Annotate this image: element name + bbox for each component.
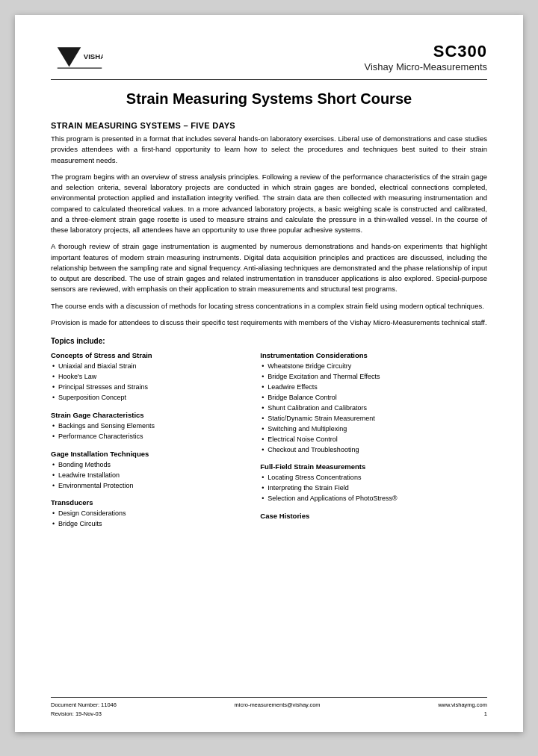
list-item: Shunt Calibration and Calibrators bbox=[260, 403, 487, 414]
page: VISHAY SC300 Vishay Micro-Measurements S… bbox=[15, 15, 523, 732]
topic-group-transducers: Transducers Design Considerations Bridge… bbox=[51, 498, 253, 530]
paragraph-2: The program begins with an overview of s… bbox=[51, 172, 487, 236]
footer-website: www.vishaymg.com bbox=[438, 701, 487, 710]
topic-group-instrumentation: Instrumentation Considerations Wheatston… bbox=[260, 351, 487, 455]
header-right: SC300 Vishay Micro-Measurements bbox=[365, 42, 487, 72]
logo-area: VISHAY bbox=[51, 42, 103, 75]
topic-list-instrumentation: Wheatstone Bridge Circuitry Bridge Excit… bbox=[260, 362, 487, 455]
topic-group-installation: Gage Installation Techniques Bonding Met… bbox=[51, 450, 253, 492]
topic-list-fullfield: Locating Stress Concentrations Interpret… bbox=[260, 473, 487, 504]
list-item: Electrical Noise Control bbox=[260, 435, 487, 445]
topic-title-gage-char: Strain Gage Characteristics bbox=[51, 411, 253, 419]
topic-title-installation: Gage Installation Techniques bbox=[51, 450, 253, 458]
topic-title-transducers: Transducers bbox=[51, 498, 253, 506]
list-item: Uniaxial and Biaxial Strain bbox=[51, 362, 253, 372]
topic-group-fullfield: Full-Field Strain Measurements Locating … bbox=[260, 462, 487, 504]
paragraph-5: Provision is made for attendees to discu… bbox=[51, 317, 487, 328]
topic-list-gage-char: Backings and Sensing Elements Performanc… bbox=[51, 421, 253, 442]
footer: Document Number: 11046 Revision: 19-Nov-… bbox=[51, 697, 487, 719]
doc-id: SC300 bbox=[365, 42, 487, 61]
list-item: Leadwire Effects bbox=[260, 382, 487, 393]
header: VISHAY SC300 Vishay Micro-Measurements bbox=[51, 42, 487, 75]
topic-group-concepts: Concepts of Stress and Strain Uniaxial a… bbox=[51, 351, 253, 403]
footer-left: Document Number: 11046 Revision: 19-Nov-… bbox=[51, 701, 117, 719]
list-item: Static/Dynamic Strain Measurement bbox=[260, 414, 487, 424]
topic-list-transducers: Design Considerations Bridge Circuits bbox=[51, 509, 253, 530]
list-item: Bridge Excitation and Thermal Effects bbox=[260, 372, 487, 382]
list-item: Environmental Protection bbox=[51, 481, 253, 492]
right-column: Instrumentation Considerations Wheatston… bbox=[260, 351, 487, 537]
svg-marker-0 bbox=[58, 47, 81, 66]
list-item: Design Considerations bbox=[51, 509, 253, 519]
topic-list-installation: Bonding Methods Leadwire Installation En… bbox=[51, 460, 253, 492]
footer-email: micro-measurements@vishay.com bbox=[235, 701, 321, 710]
list-item: Switching and Multiplexing bbox=[260, 424, 487, 435]
list-item: Bridge Circuits bbox=[51, 519, 253, 530]
section-heading: STRAIN MEASURING SYSTEMS – FIVE DAYS bbox=[51, 121, 487, 130]
page-title: Strain Measuring Systems Short Course bbox=[51, 90, 487, 108]
list-item: Bridge Balance Control bbox=[260, 393, 487, 403]
list-item: Leadwire Installation bbox=[51, 471, 253, 481]
svg-text:VISHAY: VISHAY bbox=[84, 52, 103, 61]
company-name: Vishay Micro-Measurements bbox=[365, 61, 487, 72]
list-item: Selection and Applications of PhotoStres… bbox=[260, 494, 487, 504]
topics-columns: Concepts of Stress and Strain Uniaxial a… bbox=[51, 351, 487, 537]
list-item: Bonding Methods bbox=[51, 460, 253, 471]
list-item: Wheatstone Bridge Circuitry bbox=[260, 362, 487, 372]
topic-group-case-histories: Case Histories bbox=[260, 512, 487, 520]
list-item: Superposition Concept bbox=[51, 393, 253, 403]
paragraph-3: A thorough review of strain gage instrum… bbox=[51, 241, 487, 294]
footer-center: micro-measurements@vishay.com bbox=[235, 701, 321, 710]
topic-title-instrumentation: Instrumentation Considerations bbox=[260, 351, 487, 359]
list-item: Performance Characteristics bbox=[51, 432, 253, 442]
topic-title-case-histories: Case Histories bbox=[260, 512, 487, 520]
doc-number: Document Number: 11046 bbox=[51, 701, 117, 710]
topic-list-concepts: Uniaxial and Biaxial Strain Hooke's Law … bbox=[51, 362, 253, 403]
list-item: Interpreting the Strain Field bbox=[260, 483, 487, 494]
topic-group-gage-char: Strain Gage Characteristics Backings and… bbox=[51, 411, 253, 442]
paragraph-4: The course ends with a discussion of met… bbox=[51, 301, 487, 312]
topics-label: Topics include: bbox=[51, 337, 487, 345]
list-item: Backings and Sensing Elements bbox=[51, 421, 253, 432]
list-item: Checkout and Troubleshooting bbox=[260, 445, 487, 456]
paragraph-1: This program is presented in a format th… bbox=[51, 134, 487, 166]
topic-title-concepts: Concepts of Stress and Strain bbox=[51, 351, 253, 359]
topic-title-fullfield: Full-Field Strain Measurements bbox=[260, 462, 487, 471]
revision: Revision: 19-Nov-03 bbox=[51, 710, 117, 719]
list-item: Principal Stresses and Strains bbox=[51, 382, 253, 393]
list-item: Locating Stress Concentrations bbox=[260, 473, 487, 483]
footer-page: 1 bbox=[438, 710, 487, 719]
left-column: Concepts of Stress and Strain Uniaxial a… bbox=[51, 351, 260, 537]
list-item: Hooke's Law bbox=[51, 372, 253, 382]
header-divider bbox=[51, 79, 487, 80]
footer-right: www.vishaymg.com 1 bbox=[438, 701, 487, 719]
vishay-logo: VISHAY bbox=[51, 42, 103, 75]
